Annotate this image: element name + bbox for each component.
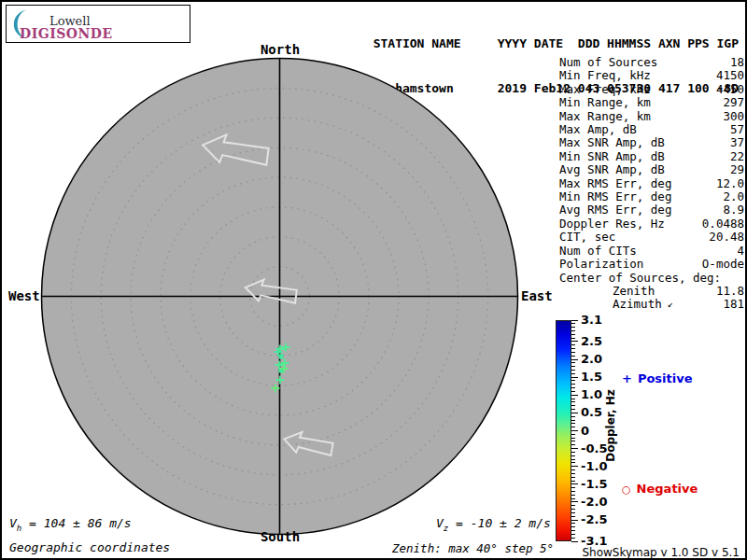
info-value: 22 (730, 150, 744, 163)
colorbar-minor-tick (571, 473, 575, 474)
info-value: 0.0488 (702, 217, 744, 231)
info-value: 4 (737, 245, 744, 258)
colorbar-minor-tick (571, 441, 575, 441)
colorbar-minor-tick (571, 534, 575, 535)
colorbar-minor-tick (571, 509, 575, 510)
zenith-scale-note: Zenith: max 40° step 5° (392, 541, 554, 555)
colorbar-major-tick (571, 341, 578, 342)
colorbar-minor-tick (571, 455, 575, 456)
colorbar-minor-tick (571, 469, 575, 470)
info-row: Min Freq, kHz4150 (559, 69, 744, 82)
vz-symbol: V (436, 516, 444, 530)
colorbar-minor-tick (571, 362, 575, 363)
colorbar-minor-tick (571, 505, 575, 506)
colorbar-minor-tick (571, 323, 575, 324)
colorbar-major-tick (571, 520, 578, 521)
colorbar-minor-tick (571, 380, 575, 381)
colorbar-minor-tick (571, 384, 575, 385)
colorbar-minor-tick (571, 423, 575, 424)
colorbar-minor-tick (571, 526, 575, 527)
vh-value: = 104 ± 86 m/s (21, 516, 131, 530)
colorbar-minor-tick (571, 334, 575, 335)
info-row: Max RMS Err, deg12.0 (559, 177, 744, 190)
info-row: PolarizationO-mode (559, 258, 744, 271)
colorbar-tick-label: -2.0 (581, 496, 618, 509)
info-row: Max SNR Amp, dB37 (559, 136, 744, 149)
info-value: 57 (730, 123, 744, 136)
info-label: Max SNR Amp, dB (559, 136, 665, 149)
colorbar-minor-tick (571, 387, 575, 388)
colorbar-major-tick (571, 320, 578, 321)
info-label: Num of CITs (559, 245, 637, 258)
colorbar-minor-tick (571, 416, 575, 417)
colorbar-major-tick (571, 395, 578, 396)
info-label: Min Range, km (559, 96, 651, 109)
colorbar-minor-tick (571, 512, 575, 513)
colorbar-tick-label: -2.5 (581, 513, 618, 526)
negative-legend-label: Negative (637, 482, 698, 496)
colorbar-minor-tick (571, 444, 575, 445)
info-row: Min RMS Err, deg2.0 (559, 190, 744, 203)
colorbar-minor-tick (571, 338, 575, 339)
info-value: 12.0 (716, 177, 744, 190)
info-label: CIT, sec (559, 231, 615, 244)
colorbar-minor-tick (571, 352, 575, 353)
info-value: 29 (730, 163, 744, 176)
colorbar-title: Doppler, Hz (604, 379, 617, 472)
info-label: Min RMS Err, deg (559, 190, 671, 203)
colorbar-minor-tick (571, 420, 575, 421)
colorbar-major-tick (571, 541, 578, 542)
vertical-velocity-readout: Vz = -10 ± 2 m/s (436, 516, 551, 533)
azimuth-direction-arrow-icon: ↙ (662, 298, 673, 311)
colorbar-minor-tick (571, 495, 575, 496)
cardinal-east-label: East (521, 288, 553, 303)
info-value: 8.9 (723, 203, 744, 217)
colorbar-minor-tick (571, 330, 575, 331)
colorbar-minor-tick (571, 348, 575, 349)
colorbar-minor-tick (571, 462, 575, 463)
positive-legend-label: Positive (638, 371, 693, 385)
colorbar-minor-tick (571, 523, 575, 524)
skymap-page: Lowell DIGISONDE STATION NAME YYYY DATE … (0, 0, 747, 560)
info-value: 300 (723, 110, 744, 123)
colorbar-minor-tick (571, 327, 575, 328)
colorbar-minor-tick (571, 438, 575, 439)
colorbar-minor-tick (571, 391, 575, 392)
info-label: Min SNR Amp, dB (559, 150, 665, 163)
info-row: Max Range, km300 (559, 110, 744, 123)
info-row: Avg SNR Amp, dB29 (559, 163, 744, 176)
colorbar-minor-tick (571, 481, 575, 482)
cardinal-south-label: South (245, 529, 316, 544)
info-row: Avg RMS Err, deg8.9 (559, 203, 744, 217)
info-row: Doppler Res, Hz0.0488 (559, 217, 744, 231)
cardinal-north-label: North (245, 42, 316, 57)
colorbar-minor-tick (571, 344, 575, 345)
colorbar-tick-label: 2.5 (581, 335, 618, 348)
negative-doppler-legend: ○Negative (622, 482, 698, 496)
info-label: Polarization (559, 258, 643, 271)
info-row: Num of Sources18 (559, 56, 744, 69)
colorbar-minor-tick (571, 427, 575, 427)
info-label: Avg SNR Amp, dB (559, 163, 665, 176)
info-label: Min Freq, kHz (559, 69, 651, 82)
info-value: 4450 (716, 83, 744, 96)
colorbar-major-tick (571, 359, 578, 360)
info-value: 2.0 (723, 190, 744, 203)
info-label: Num of Sources (559, 56, 657, 69)
colorbar-major-tick (571, 413, 578, 413)
info-row: Min SNR Amp, dB22 (559, 150, 744, 163)
info-label: Max Freq, kHz (559, 83, 651, 96)
info-label: Azimuth ↙ (559, 298, 673, 312)
colorbar-minor-tick (571, 356, 575, 357)
colorbar-minor-tick (571, 530, 575, 531)
colorbar-minor-tick (571, 452, 575, 453)
colorbar-major-tick (571, 430, 578, 431)
plus-symbol-icon: + (622, 371, 632, 385)
colorbar-minor-tick (571, 516, 575, 517)
positive-doppler-legend: +Positive (622, 371, 693, 385)
info-value: 4150 (716, 69, 744, 82)
source-marker-square (279, 355, 284, 359)
info-row: Min Range, km297 (559, 96, 744, 109)
info-value: 297 (723, 96, 744, 109)
colorbar-tick-label: 2.0 (581, 353, 618, 366)
